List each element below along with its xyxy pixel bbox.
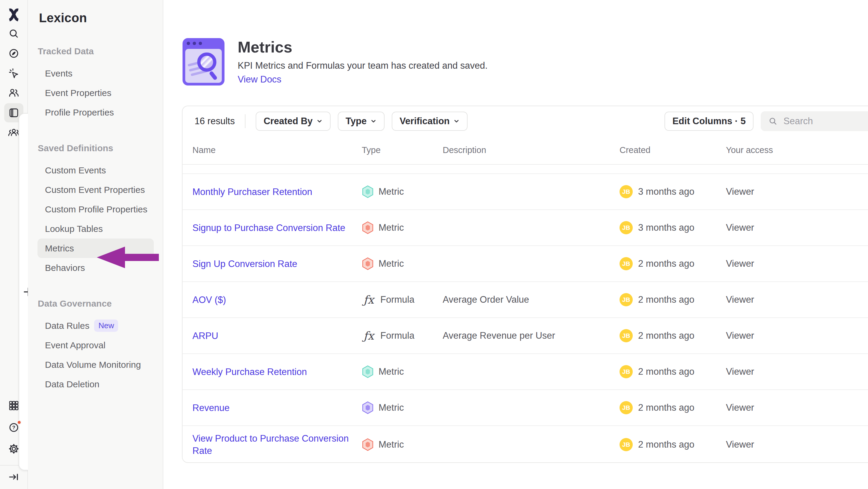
sidebar-item-data-deletion[interactable]: Data Deletion [37, 374, 154, 394]
metrics-app-icon [183, 38, 224, 86]
metric-name-link[interactable]: ARPU [192, 330, 218, 342]
question-glyph: ? [12, 425, 15, 431]
sidebar-item-data-rules[interactable]: Data Rules New [37, 316, 154, 336]
section-saved-definitions: Saved Definitions Custom Events Custom E… [28, 143, 163, 278]
sidebar-item-events[interactable]: Events [37, 64, 154, 83]
new-badge: New [94, 319, 118, 332]
section-header: Tracked Data [38, 46, 163, 56]
sidebar-item-event-approval[interactable]: Event Approval [37, 336, 154, 355]
table-header-row: Name Type Description Created Your acces… [183, 136, 868, 165]
sidebar-item-metrics[interactable]: Metrics [37, 238, 154, 258]
table-row[interactable]: Monthly Purchaser Retention Metric JB 3 … [183, 174, 868, 210]
created-cell: JB 3 months ago [620, 185, 726, 198]
table-row[interactable]: View Product to Purchase Conversion Rate… [183, 426, 868, 463]
discover-compass-icon[interactable] [4, 44, 23, 63]
filter-type[interactable]: Type [338, 112, 384, 131]
avatar: JB [620, 365, 633, 378]
col-name[interactable]: Name [192, 145, 362, 155]
search-icon[interactable] [4, 24, 23, 43]
table-row[interactable]: Weekly Purchase Retention Metric JB 2 mo… [183, 354, 868, 390]
sidebar-item-custom-profile-properties[interactable]: Custom Profile Properties [37, 200, 154, 219]
metric-name-link[interactable]: Revenue [192, 402, 229, 414]
section-header: Data Governance [38, 298, 163, 309]
search-icon [768, 116, 778, 126]
view-docs-link[interactable]: View Docs [238, 74, 281, 85]
metric-name-link[interactable]: AOV ($) [192, 294, 226, 306]
metric-hexagon-icon [362, 185, 374, 198]
event-cursor-icon[interactable] [4, 64, 23, 83]
avatar: JB [620, 185, 633, 198]
scrolled-row-sliver [183, 165, 868, 174]
avatar: JB [620, 221, 633, 234]
sidebar-item-lookup-tables[interactable]: Lookup Tables [37, 219, 154, 238]
formula-fx-icon: ƒx [362, 329, 376, 342]
lexicon-sidebar: Lexicon Tracked Data Events Event Proper… [28, 0, 163, 489]
metric-name-link[interactable]: View Product to Purchase Conversion Rate [192, 432, 354, 457]
created-cell: JB 2 months ago [620, 257, 726, 270]
table-row[interactable]: ARPU ƒx Formula Average Revenue per User… [183, 318, 868, 354]
sign-out-icon[interactable] [4, 469, 23, 485]
sidebar-item-profile-properties[interactable]: Profile Properties [37, 103, 154, 122]
table-body: Monthly Purchaser Retention Metric JB 3 … [183, 174, 868, 463]
sidebar-item-custom-event-properties[interactable]: Custom Event Properties [37, 180, 154, 200]
search-input[interactable] [783, 116, 859, 126]
created-cell: JB 2 months ago [620, 329, 726, 342]
sidebar-item-data-volume-monitoring[interactable]: Data Volume Monitoring [37, 355, 154, 374]
access-cell: Viewer [726, 402, 868, 413]
chevron-down-icon [370, 118, 377, 124]
created-cell: JB 2 months ago [620, 438, 726, 451]
col-description[interactable]: Description [443, 145, 620, 155]
filter-verification[interactable]: Verification [392, 112, 468, 131]
metric-hexagon-icon [362, 365, 374, 378]
app-root: ? [0, 0, 868, 489]
section-tracked-data: Tracked Data Events Event Properties Pro… [28, 46, 163, 122]
metric-name-link[interactable]: Monthly Purchaser Retention [192, 186, 312, 198]
edit-columns-button[interactable]: Edit Columns · 5 [664, 112, 753, 131]
table-row[interactable]: AOV ($) ƒx Formula Average Order Value J… [183, 282, 868, 318]
table-row[interactable]: Sign Up Conversion Rate Metric JB 2 mont… [183, 246, 868, 282]
page-title: Metrics [238, 38, 488, 56]
avatar: JB [620, 293, 633, 306]
sidebar-item-custom-events[interactable]: Custom Events [37, 161, 154, 180]
sidebar-title: Lexicon [28, 11, 163, 25]
created-cell: JB 2 months ago [620, 293, 726, 306]
description-cell: Average Revenue per User [443, 330, 620, 341]
notification-dot [17, 420, 22, 425]
table-row[interactable]: Revenue Metric JB 2 months ago Viewer [183, 390, 868, 426]
created-cell: JB 3 months ago [620, 221, 726, 234]
access-cell: Viewer [726, 366, 868, 377]
created-cell: JB 2 months ago [620, 365, 726, 378]
avatar: JB [620, 438, 633, 451]
metric-name-link[interactable]: Sign Up Conversion Rate [192, 258, 297, 270]
access-cell: Viewer [726, 186, 868, 197]
metric-hexagon-icon [362, 438, 374, 451]
metric-name-link[interactable]: Weekly Purchase Retention [192, 366, 307, 378]
chevron-down-icon [316, 118, 323, 124]
sidebar-item-behaviors[interactable]: Behaviors [37, 258, 154, 278]
search-box[interactable] [761, 111, 868, 131]
col-created[interactable]: Created [620, 145, 726, 155]
metric-name-link[interactable]: Signup to Purchase Conversion Rate [192, 222, 345, 234]
icon-rail: ? [0, 0, 28, 489]
col-your-access[interactable]: Your access [726, 145, 868, 155]
page-header: Metrics KPI Metrics and Formulas your te… [183, 38, 488, 86]
sidebar-item-event-properties[interactable]: Event Properties [37, 83, 154, 103]
section-data-governance: Data Governance Data Rules New Event App… [28, 298, 163, 394]
section-header: Saved Definitions [38, 143, 163, 153]
chevron-down-icon [453, 118, 460, 124]
description-cell: Average Order Value [443, 294, 620, 305]
table-toolbar: 16 results Created By Type Verification [183, 106, 868, 136]
access-cell: Viewer [726, 222, 868, 233]
table-row[interactable]: Signup to Purchase Conversion Rate Metri… [183, 210, 868, 246]
avatar: JB [620, 329, 633, 342]
mixpanel-logo-icon[interactable] [5, 6, 23, 23]
toolbar-divider [245, 114, 246, 128]
col-type[interactable]: Type [362, 145, 443, 155]
avatar: JB [620, 401, 633, 414]
filter-created-by[interactable]: Created By [256, 112, 331, 131]
access-cell: Viewer [726, 330, 868, 341]
metric-hexagon-icon [362, 257, 374, 270]
main-content: Metrics KPI Metrics and Formulas your te… [163, 0, 868, 489]
page-subtitle: KPI Metrics and Formulas your team has c… [238, 60, 488, 71]
users-icon[interactable] [4, 83, 23, 103]
